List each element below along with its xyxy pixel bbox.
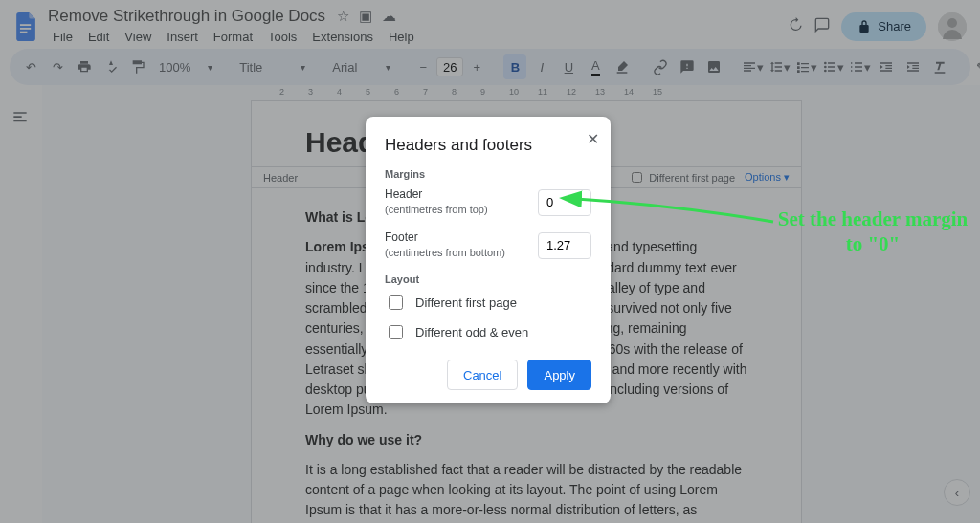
dialog-title: Headers and footers [385, 136, 591, 155]
different-first-page-checkbox[interactable]: Different first page [385, 293, 591, 313]
headers-footers-dialog: ✕ Headers and footers Margins Header(cen… [366, 117, 611, 403]
annotation-text: Set the header margin to "0" [777, 207, 969, 257]
footer-margin-label: Footer(centimetres from bottom) [385, 230, 505, 260]
close-icon[interactable]: ✕ [587, 130, 599, 148]
different-odd-even-checkbox[interactable]: Different odd & even [385, 322, 591, 342]
apply-button[interactable]: Apply [527, 360, 591, 390]
cancel-button[interactable]: Cancel [447, 360, 518, 390]
header-margin-input[interactable] [538, 189, 591, 216]
footer-margin-input[interactable] [538, 232, 591, 259]
margins-section-label: Margins [385, 168, 591, 180]
layout-section-label: Layout [385, 273, 591, 285]
header-margin-label: Header(centimetres from top) [385, 187, 488, 217]
